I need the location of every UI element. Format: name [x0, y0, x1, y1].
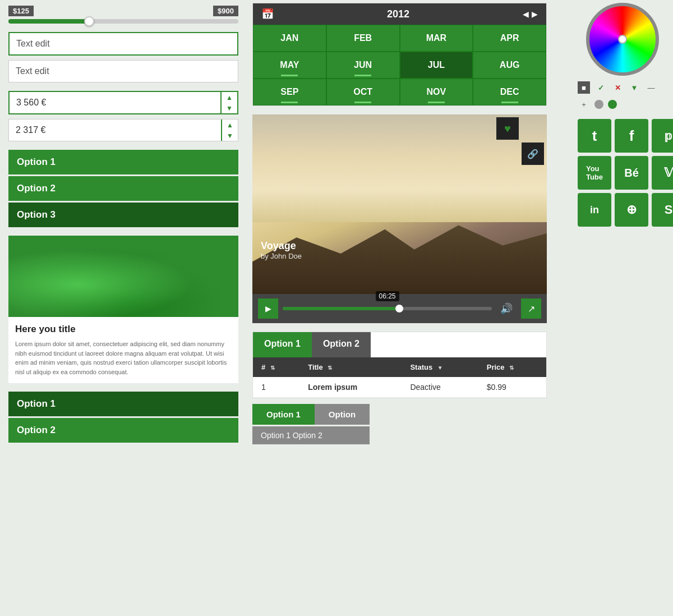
- cal-month-mar[interactable]: MAR: [400, 25, 473, 52]
- spinner-2-down[interactable]: ▼: [222, 130, 238, 141]
- cal-month-jan[interactable]: JAN: [253, 25, 326, 52]
- ctrl-check-icon[interactable]: ✓: [594, 81, 607, 94]
- cal-month-nov[interactable]: NOV: [400, 79, 473, 105]
- calendar-icon: 📅: [261, 8, 274, 20]
- dribbble-icon[interactable]: ⊕: [615, 193, 648, 227]
- article-title: Here you title: [15, 324, 232, 335]
- video-controls: ▶ 06:25 🔊 ↗: [252, 294, 547, 323]
- skype-icon[interactable]: S: [652, 193, 673, 227]
- spinner-2-input[interactable]: [9, 119, 221, 141]
- cal-month-feb[interactable]: FEB: [326, 25, 400, 52]
- calendar-grid: JAN FEB MAR APR MAY JUN JUL AUG SEP OCT …: [253, 25, 546, 105]
- slider-labels: $125 $900: [8, 6, 238, 16]
- text-input-2[interactable]: [8, 60, 238, 82]
- option-item-5[interactable]: Option 2: [8, 418, 238, 443]
- spinner-1-up[interactable]: ▲: [222, 92, 237, 103]
- youtube-icon[interactable]: YouTube: [578, 156, 611, 190]
- calendar-next-btn[interactable]: ▶: [532, 10, 538, 19]
- video-volume-btn[interactable]: 🔊: [496, 298, 517, 319]
- color-wheel[interactable]: [586, 3, 659, 76]
- data-table: # ⇅ Title ⇅ Status ▼ Price ⇅ 1 Lorem ips…: [253, 357, 546, 398]
- twitter-icon[interactable]: t: [578, 119, 611, 153]
- col-title[interactable]: Title ⇅: [299, 357, 402, 377]
- control-icons: ■ ✓ ✕ ▼ — +: [578, 81, 667, 111]
- vimeo-icon[interactable]: 𝕍: [652, 156, 673, 190]
- right-main: 📅 2012 ◀ ▶ JAN FEB MAR APR MAY JUN: [252, 3, 547, 398]
- calendar-nav: ◀ ▶: [523, 10, 538, 19]
- cal-month-jul[interactable]: JUL: [400, 52, 473, 79]
- calendar-section: 📅 2012 ◀ ▶ JAN FEB MAR APR MAY JUN: [252, 3, 547, 106]
- cal-month-dec[interactable]: DEC: [473, 79, 546, 105]
- calendar-prev-btn[interactable]: ◀: [523, 10, 529, 19]
- video-subtitle: by John Doe: [261, 252, 302, 260]
- video-link-btn[interactable]: 🔗: [522, 142, 544, 165]
- right-content: 📅 2012 ◀ ▶ JAN FEB MAR APR MAY JUN: [252, 3, 667, 398]
- video-progress-fill: [283, 307, 398, 310]
- col-status[interactable]: Status ▼: [402, 357, 478, 377]
- options-list-1: Option 1 Option 2 Option 3: [8, 150, 238, 227]
- cal-month-apr[interactable]: APR: [473, 25, 546, 52]
- spinner-1-down[interactable]: ▼: [222, 103, 237, 113]
- cal-month-may[interactable]: MAY: [253, 52, 326, 79]
- slider-track[interactable]: [8, 19, 238, 24]
- video-play-btn[interactable]: ▶: [258, 298, 278, 319]
- video-heart-btn[interactable]: ♥: [496, 117, 519, 140]
- option-item-2[interactable]: Option 2: [8, 176, 238, 201]
- col-price[interactable]: Price ⇅: [478, 357, 546, 377]
- video-overlay-info: Voyage by John Doe: [261, 240, 302, 260]
- col-id[interactable]: # ⇅: [253, 357, 299, 377]
- pinterest-icon[interactable]: 𝕡: [652, 119, 673, 153]
- bottom-tabs-wrap: Option 1 Option Option 1 Option 2: [252, 404, 370, 444]
- video-progress-thumb[interactable]: [395, 305, 403, 312]
- spinner-1-input[interactable]: [10, 92, 220, 113]
- spinner-2: ▲ ▼: [8, 119, 238, 141]
- cal-month-oct[interactable]: OCT: [326, 79, 400, 105]
- bottom-tab-1[interactable]: Option 1: [252, 404, 315, 425]
- ctrl-down-icon[interactable]: ▼: [628, 81, 640, 94]
- article-content: Here you title Lorem ipsum dolor sit ame…: [8, 317, 238, 383]
- slider-section: $125 $900: [8, 6, 238, 24]
- table-tab-2[interactable]: Option 2: [312, 332, 371, 357]
- video-fullscreen-btn[interactable]: ↗: [521, 298, 541, 319]
- option-item-4[interactable]: Option 1: [8, 392, 238, 416]
- video-thumbnail: Voyage by John Doe ♥ 🔗: [252, 114, 547, 294]
- cal-month-jun[interactable]: JUN: [326, 52, 400, 79]
- cal-month-sep[interactable]: SEP: [253, 79, 326, 105]
- video-progress-track[interactable]: [283, 307, 492, 310]
- bottom-tab-2[interactable]: Option: [315, 404, 370, 425]
- video-title: Voyage: [261, 240, 302, 252]
- slider-min-label: $125: [8, 6, 34, 16]
- option-item-3[interactable]: Option 3: [8, 203, 238, 227]
- article-card: Here you title Lorem ipsum dolor sit ame…: [8, 236, 238, 383]
- ctrl-circle-green-icon[interactable]: [608, 100, 617, 109]
- table-row: 1 Lorem ipsum Deactive $0.99: [253, 377, 546, 398]
- table-tab-1[interactable]: Option 1: [253, 332, 312, 357]
- table-section: Option 1 Option 2 # ⇅ Title ⇅ Status ▼ P…: [252, 332, 547, 398]
- slider-thumb[interactable]: [84, 16, 94, 26]
- text-input-1[interactable]: [8, 32, 238, 56]
- bottom-tabs: Option 1 Option: [252, 404, 370, 425]
- video-progress-wrap[interactable]: 06:25: [283, 307, 492, 310]
- article-text: Lorem ipsum dolor sit amet, consectetuer…: [15, 339, 232, 376]
- color-wheel-center: [618, 35, 627, 44]
- social-grid: t f 𝕡 YouTube Bé 𝕍 in ⊕ S: [578, 119, 667, 227]
- ctrl-square-icon[interactable]: ■: [578, 81, 590, 94]
- ctrl-circle-gray-icon[interactable]: [594, 100, 603, 109]
- facebook-icon[interactable]: f: [615, 119, 648, 153]
- right-sidebar: ■ ✓ ✕ ▼ — + t f 𝕡 YouTube: [555, 3, 667, 398]
- option-item-1[interactable]: Option 1: [8, 150, 238, 174]
- slider-max-label: $900: [213, 6, 238, 16]
- cell-price: $0.99: [478, 377, 546, 398]
- spinner-1-buttons: ▲ ▼: [220, 92, 237, 113]
- linkedin-icon[interactable]: in: [578, 193, 611, 227]
- bottom-subtext: Option 1 Option 2: [252, 426, 370, 444]
- ctrl-minus-icon[interactable]: —: [645, 81, 657, 94]
- ctrl-x-icon[interactable]: ✕: [611, 81, 624, 94]
- ctrl-plus-icon[interactable]: +: [578, 98, 590, 111]
- calendar-header: 📅 2012 ◀ ▶: [253, 3, 546, 25]
- behance-icon[interactable]: Bé: [615, 156, 648, 190]
- article-image-inner: [8, 236, 238, 317]
- spinner-2-up[interactable]: ▲: [222, 119, 238, 130]
- cal-month-aug[interactable]: AUG: [473, 52, 546, 79]
- cell-status: Deactive: [402, 377, 478, 398]
